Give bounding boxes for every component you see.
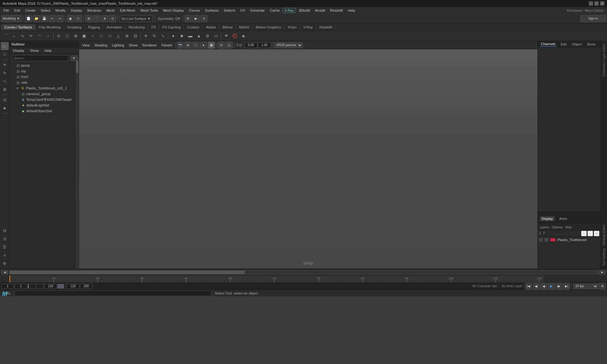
- timeline-scrollbar[interactable]: [9, 270, 598, 274]
- curve-ep-icon[interactable]: ⌣: [10, 32, 18, 40]
- menu-vray[interactable]: V-Ray: [283, 8, 296, 13]
- save-file-button[interactable]: 💾: [41, 15, 48, 22]
- select-tool-button[interactable]: ▷: [1, 42, 9, 50]
- outliner-item-default-light-set[interactable]: ☀ defaultLightSet: [9, 102, 79, 108]
- snap-grid-button[interactable]: ⊞: [85, 15, 92, 22]
- menu-create[interactable]: Create: [23, 8, 38, 13]
- playback-settings-button[interactable]: ⚙: [599, 283, 606, 290]
- gamma-input[interactable]: [258, 42, 271, 48]
- rp-tab-channels[interactable]: Channels: [540, 41, 557, 47]
- curve-pencil-icon[interactable]: ✏: [27, 32, 35, 40]
- sign-in-button[interactable]: Sign In: [580, 15, 606, 22]
- mode-dropdown[interactable]: Modeling ▼: [1, 15, 21, 22]
- isolate-icon[interactable]: ◈: [239, 32, 248, 40]
- polygon-cone-icon[interactable]: ▲: [195, 32, 203, 40]
- polygon-sphere-icon[interactable]: ●: [169, 32, 177, 40]
- playback-end-input[interactable]: [67, 284, 79, 289]
- end-frame-input[interactable]: [44, 284, 57, 289]
- snap-curve-button[interactable]: ⌒: [93, 15, 100, 22]
- vp-menu-show[interactable]: Show: [127, 43, 140, 48]
- vp-resolution-button[interactable]: ⊟: [218, 42, 225, 49]
- step-forward-button[interactable]: |▶: [555, 283, 562, 290]
- color-space-dropdown[interactable]: sRGB gamma: [274, 42, 303, 48]
- menu-generate[interactable]: Generate: [248, 8, 267, 13]
- planar-icon[interactable]: ▣: [80, 32, 88, 40]
- play-forward-button[interactable]: ▶: [548, 283, 555, 290]
- tab-animation[interactable]: Animation: [103, 24, 126, 30]
- polygon-cube-icon[interactable]: ■: [178, 32, 186, 40]
- outliner-item-tempcam[interactable]: ⊕ TempCamFBXASC046Target: [9, 97, 79, 102]
- loft-icon[interactable]: ⬡: [63, 32, 71, 40]
- menu-uv[interactable]: UV: [238, 8, 247, 13]
- layer-playback-checkbox[interactable]: P: [545, 238, 549, 242]
- vp-wireframe-button[interactable]: ⬡: [192, 42, 199, 49]
- no-live-surface-dropdown[interactable]: No Live Surface ▼: [120, 15, 153, 22]
- universal-manip-button[interactable]: ⊞: [1, 86, 9, 93]
- curve-bezier-icon[interactable]: ∿: [18, 32, 27, 40]
- snap-point-button[interactable]: ⊕: [101, 15, 108, 22]
- attribute-editor-button[interactable]: ≡: [1, 252, 9, 259]
- ipr-render-button[interactable]: ⏸: [200, 15, 207, 22]
- menu-3dtoall[interactable]: 3DtoAll: [297, 8, 312, 13]
- move-tool-side-button[interactable]: ✛: [1, 61, 9, 69]
- snap-surface-button[interactable]: ⊙: [109, 15, 116, 22]
- tab-motion-graphics[interactable]: Motion Graphics: [253, 24, 285, 30]
- menu-edit-mesh[interactable]: Edit Mesh: [118, 8, 138, 13]
- attribute-editor-label[interactable]: Attribute Editor: [602, 223, 606, 247]
- tab-bifrost[interactable]: Bifrost: [219, 24, 236, 30]
- nurbs-cube-icon[interactable]: □: [97, 32, 105, 40]
- tool-settings-label[interactable]: Tool Settings: [602, 247, 606, 267]
- outliner-item-front[interactable]: 🎥 front: [9, 74, 79, 80]
- menu-mesh[interactable]: Mesh: [104, 8, 117, 13]
- menu-surfaces[interactable]: Surfaces: [203, 8, 221, 13]
- layer-item-plastic-toothbrush[interactable]: V P Plastic_Toothbrush: [538, 237, 601, 243]
- arc-3pt-icon[interactable]: ◠: [35, 32, 44, 40]
- tab-adobe[interactable]: Adobe: [203, 24, 219, 30]
- range-end-input[interactable]: [80, 284, 93, 289]
- extrude-icon[interactable]: ⊕: [71, 32, 80, 40]
- show-all-icon[interactable]: 👁: [222, 32, 230, 40]
- vp-menu-shading[interactable]: Shading: [93, 43, 109, 48]
- minimize-button[interactable]: ─: [589, 1, 593, 6]
- tab-rendering[interactable]: Rendering: [126, 24, 148, 30]
- layer-visible-checkbox[interactable]: V: [539, 238, 543, 242]
- rp-tab-object[interactable]: Object: [570, 42, 583, 47]
- menu-redshift[interactable]: Redshift: [328, 8, 345, 13]
- timeline-ruler[interactable]: [0, 276, 607, 282]
- channels-layer-editor-label[interactable]: Channels / Layer Editor: [602, 42, 606, 78]
- vp-region-button[interactable]: ◱: [226, 42, 233, 49]
- tool-settings-button[interactable]: ⚙: [1, 260, 9, 267]
- curve-cv-icon[interactable]: ⌒: [1, 32, 9, 40]
- outliner-item-camera1-group[interactable]: 🎥 camera1_group: [9, 91, 79, 97]
- command-line-input[interactable]: [15, 290, 212, 296]
- nurbs-plane-icon[interactable]: ⊟: [131, 32, 139, 40]
- close-button[interactable]: ✕: [600, 1, 604, 6]
- vp-textured-button[interactable]: ▣: [208, 42, 215, 49]
- options-sub[interactable]: Options: [552, 226, 562, 229]
- nurbs-cylinder-icon[interactable]: ⬭: [106, 32, 114, 40]
- new-file-button[interactable]: 📄: [25, 15, 32, 22]
- outliner-menu-display[interactable]: Display: [11, 48, 27, 53]
- arc-2pt-icon[interactable]: ⌢: [44, 32, 52, 40]
- viewport-canvas[interactable]: x y z persp: [79, 49, 537, 269]
- add-layer-button[interactable]: +: [581, 231, 587, 236]
- outliner-item-plastic-toothbrush[interactable]: ▼ ⧉ Plastic_Toothbrush_nd1_1: [9, 85, 79, 91]
- menu-file[interactable]: File: [1, 8, 11, 13]
- polygon-cylinder-icon[interactable]: ▬: [186, 32, 194, 40]
- outliner-item-default-object-set[interactable]: ◈ defaultObjectSet: [9, 108, 79, 114]
- outliner-menu-show[interactable]: Show: [28, 48, 41, 53]
- fps-dropdown[interactable]: 24 fps 30 fps: [573, 283, 598, 289]
- tab-custom[interactable]: Custom: [184, 24, 203, 30]
- menu-modify[interactable]: Modify: [53, 8, 68, 13]
- revolve-icon[interactable]: ⊙: [54, 32, 63, 40]
- menu-mesh-display[interactable]: Mesh Display: [161, 8, 186, 13]
- vp-grid-button[interactable]: ⊞: [184, 42, 191, 49]
- menu-windows[interactable]: Windows: [85, 8, 104, 13]
- delete-layer-button[interactable]: -: [587, 231, 593, 236]
- scale-tool-side-button[interactable]: ⤡: [1, 77, 9, 85]
- maximize-button[interactable]: □: [594, 1, 599, 6]
- menu-cache[interactable]: Cache: [267, 8, 282, 13]
- exposure-input[interactable]: [245, 42, 257, 48]
- menu-curves[interactable]: Curves: [187, 8, 202, 13]
- start-frame-input[interactable]: [1, 284, 14, 289]
